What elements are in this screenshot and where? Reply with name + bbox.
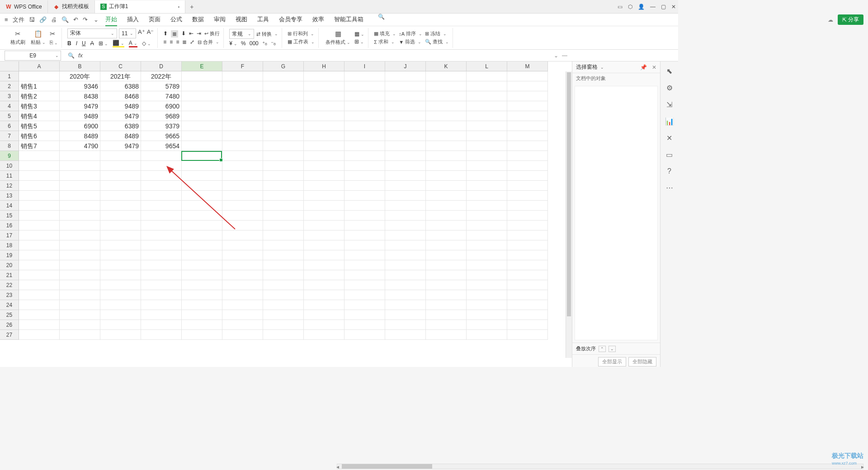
cell-D5[interactable]: 9689	[141, 111, 182, 121]
cell-H10[interactable]	[304, 161, 344, 171]
cell-B22[interactable]	[60, 280, 100, 290]
cell-I23[interactable]	[344, 290, 385, 300]
cell-F24[interactable]	[222, 300, 263, 310]
cell-M8[interactable]	[507, 141, 548, 151]
align-right-icon[interactable]: ≡	[176, 39, 179, 46]
cell-M22[interactable]	[507, 280, 548, 290]
cell-I11[interactable]	[344, 171, 385, 181]
rowcol-button[interactable]: ⊞行和列⌄	[288, 30, 315, 37]
cell-C9[interactable]	[100, 151, 141, 161]
cell-C24[interactable]	[100, 300, 141, 310]
cell-L2[interactable]	[467, 81, 507, 91]
cell-E2[interactable]	[182, 81, 222, 91]
cell-C18[interactable]	[100, 240, 141, 250]
formula-min-icon[interactable]: —	[562, 52, 567, 59]
row-header-26[interactable]: 26	[0, 320, 19, 330]
cell-M24[interactable]	[507, 300, 548, 310]
cell-G24[interactable]	[263, 300, 304, 310]
cell-E3[interactable]	[182, 91, 222, 101]
cell-H6[interactable]	[304, 121, 344, 131]
cell-M14[interactable]	[507, 201, 548, 211]
row-header-12[interactable]: 12	[0, 181, 19, 191]
cell-E21[interactable]	[182, 270, 222, 280]
cell-C4[interactable]: 9489	[100, 101, 141, 111]
cell-F8[interactable]	[222, 141, 263, 151]
currency-icon[interactable]: ¥⌄	[229, 40, 237, 47]
cell-I21[interactable]	[344, 270, 385, 280]
cell-I27[interactable]	[344, 330, 385, 340]
spreadsheet-grid[interactable]: ABCDEFGHIJKLM12020年2021年2022年2销售19346638…	[0, 61, 572, 367]
hide-all-button[interactable]: 全部隐藏	[628, 357, 656, 367]
tab-member[interactable]: 会员专享	[279, 14, 302, 26]
cell-C17[interactable]	[100, 230, 141, 240]
convert-button[interactable]: ⇄转换⌄	[256, 29, 278, 39]
cell-D25[interactable]	[141, 310, 182, 320]
cell-J1[interactable]	[385, 71, 426, 81]
cell-H7[interactable]	[304, 131, 344, 141]
cell-M13[interactable]	[507, 191, 548, 201]
find-button[interactable]: 🔍查找⌄	[425, 38, 449, 45]
cell-A11[interactable]	[19, 171, 60, 181]
cell-C27[interactable]	[100, 330, 141, 340]
panel-icon[interactable]: ▭	[618, 4, 623, 10]
cell-G19[interactable]	[263, 250, 304, 260]
cell-E18[interactable]	[182, 240, 222, 250]
cell-K6[interactable]	[426, 121, 467, 131]
cell-F6[interactable]	[222, 121, 263, 131]
cell-F11[interactable]	[222, 171, 263, 181]
cell-A19[interactable]	[19, 250, 60, 260]
tab-efficiency[interactable]: 效率	[312, 14, 324, 26]
cell-L24[interactable]	[467, 300, 507, 310]
cell-B16[interactable]	[60, 221, 100, 230]
cell-E7[interactable]	[182, 131, 222, 141]
cell-I7[interactable]	[344, 131, 385, 141]
select-all-corner[interactable]	[0, 61, 19, 71]
cell-L15[interactable]	[467, 211, 507, 221]
cell-M23[interactable]	[507, 290, 548, 300]
cell-A12[interactable]	[19, 181, 60, 191]
cell-G25[interactable]	[263, 310, 304, 320]
v-scroll-thumb[interactable]	[567, 72, 571, 316]
cell-E27[interactable]	[182, 330, 222, 340]
cell-D7[interactable]: 9665	[141, 131, 182, 141]
cell-K13[interactable]	[426, 191, 467, 201]
cell-I2[interactable]	[344, 81, 385, 91]
merge-button[interactable]: ⊟合并⌄	[198, 39, 219, 46]
cell-C21[interactable]	[100, 270, 141, 280]
cell-B12[interactable]	[60, 181, 100, 191]
cell-B21[interactable]	[60, 270, 100, 280]
sort-button[interactable]: ↕A排序⌄	[399, 30, 422, 37]
cell-F20[interactable]	[222, 260, 263, 270]
cell-J5[interactable]	[385, 111, 426, 121]
filter-button[interactable]: ▼筛选⌄	[399, 38, 422, 45]
cell-J24[interactable]	[385, 300, 426, 310]
cell-H25[interactable]	[304, 310, 344, 320]
cell-I5[interactable]	[344, 111, 385, 121]
cell-F21[interactable]	[222, 270, 263, 280]
highlight-icon[interactable]: ◇⌄	[142, 40, 151, 47]
cell-L22[interactable]	[467, 280, 507, 290]
cell-E25[interactable]	[182, 310, 222, 320]
cell-E16[interactable]	[182, 221, 222, 230]
cell-D24[interactable]	[141, 300, 182, 310]
cell-B5[interactable]: 9489	[60, 111, 100, 121]
new-tab-button[interactable]: +	[185, 3, 198, 10]
undo-icon[interactable]: ↶	[73, 16, 78, 23]
cell-K23[interactable]	[426, 290, 467, 300]
cell-J15[interactable]	[385, 211, 426, 221]
cell-H3[interactable]	[304, 91, 344, 101]
cell-E20[interactable]	[182, 260, 222, 270]
cell-G26[interactable]	[263, 320, 304, 330]
cell-C6[interactable]: 6389	[100, 121, 141, 131]
cell-A21[interactable]	[19, 270, 60, 280]
table-style-icon[interactable]: ⊞⌄	[354, 38, 364, 45]
increase-font-icon[interactable]: A⁺	[138, 28, 145, 38]
percent-icon[interactable]: %	[241, 40, 246, 47]
cell-A5[interactable]: 销售4	[19, 111, 60, 121]
cell-M11[interactable]	[507, 171, 548, 181]
cell-F18[interactable]	[222, 240, 263, 250]
cell-D1[interactable]: 2022年	[141, 71, 182, 81]
cell-G2[interactable]	[263, 81, 304, 91]
cell-K8[interactable]	[426, 141, 467, 151]
indent-dec-icon[interactable]: ⇤	[189, 30, 193, 38]
